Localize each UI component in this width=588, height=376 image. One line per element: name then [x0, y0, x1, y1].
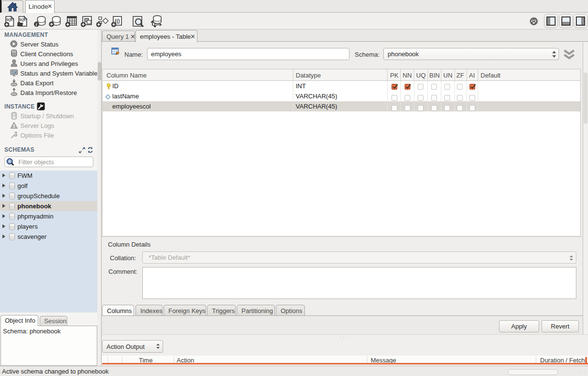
- svg-text:SQL: SQL: [19, 18, 26, 22]
- svg-text:i: i: [36, 22, 37, 27]
- svg-text:SQL: SQL: [6, 18, 13, 22]
